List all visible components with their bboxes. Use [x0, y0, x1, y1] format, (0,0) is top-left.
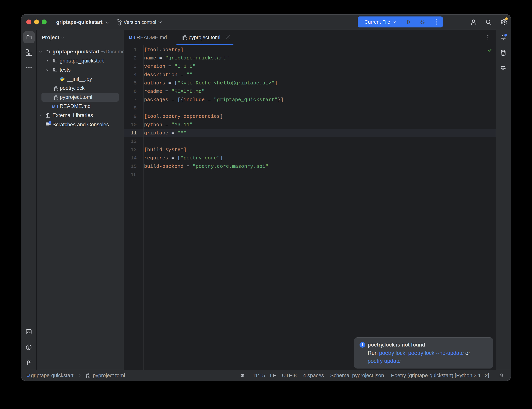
svg-text:M: M — [52, 104, 55, 109]
svg-text:M: M — [129, 35, 132, 40]
